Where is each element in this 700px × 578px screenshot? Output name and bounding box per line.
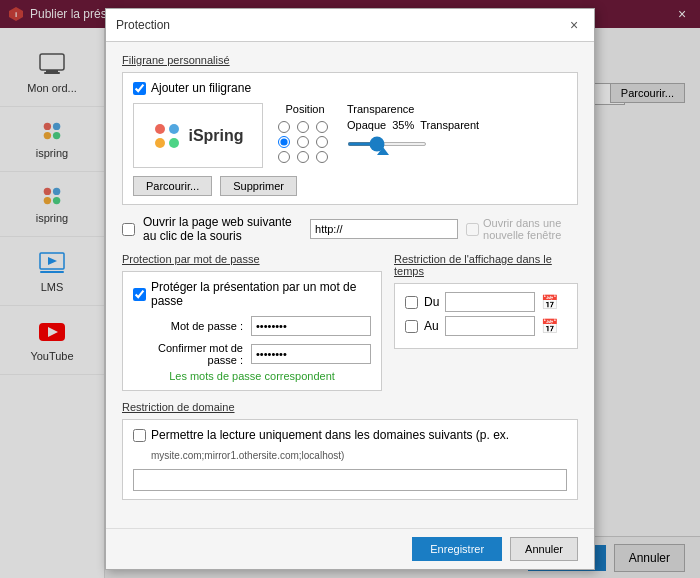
- protect-checkbox-row: Protéger la présentation par un mot de p…: [133, 280, 371, 308]
- pos-bottom-center[interactable]: [297, 151, 309, 163]
- password-label: Mot de passe :: [133, 320, 243, 332]
- percent-label: 35%: [392, 119, 414, 131]
- annuler-button[interactable]: Annuler: [510, 537, 578, 561]
- position-group: Position: [278, 103, 332, 163]
- svg-point-20: [155, 138, 165, 148]
- svg-point-18: [155, 124, 165, 134]
- url-checkbox[interactable]: [122, 223, 135, 236]
- pos-top-center[interactable]: [297, 121, 309, 133]
- domain-hint: mysite.com;mirror1.othersite.com;localho…: [151, 450, 567, 461]
- url-checkbox-label: Ouvrir la page web suivante au clic de l…: [143, 215, 302, 243]
- pos-top-right[interactable]: [316, 121, 328, 133]
- transparence-row: Opaque 35% Transparent: [347, 119, 479, 131]
- modal-title: Protection: [116, 18, 170, 32]
- open-new-window-row: Ouvrir dans une nouvelle fenêtre: [466, 217, 578, 241]
- filigrane-content: iSpring Position: [133, 103, 567, 168]
- confirm-label: Confirmer mot de passe :: [133, 342, 243, 366]
- password-row: Mot de passe :: [133, 316, 371, 336]
- ispring-logo-icon: [152, 121, 182, 151]
- ispring-logo-text: iSpring: [188, 127, 243, 145]
- domain-checkbox-row: Permettre la lecture uniquement dans les…: [133, 428, 567, 442]
- time-section-title: Restriction de l'affichage dans le temps: [394, 253, 578, 277]
- transparence-slider[interactable]: [347, 142, 427, 146]
- calendar-from-icon[interactable]: 📅: [541, 294, 558, 310]
- calendar-to-icon[interactable]: 📅: [541, 318, 558, 334]
- modal-close-button[interactable]: ×: [564, 15, 584, 35]
- time-col: Restriction de l'affichage dans le temps…: [394, 253, 578, 391]
- open-new-window-label: Ouvrir dans une nouvelle fenêtre: [483, 217, 578, 241]
- protect-checkbox[interactable]: [133, 288, 146, 301]
- domain-section: Permettre la lecture uniquement dans les…: [122, 419, 578, 500]
- time-from-row: Du 📅: [405, 292, 567, 312]
- add-filigrane-checkbox[interactable]: [133, 82, 146, 95]
- pos-bottom-left[interactable]: [278, 151, 290, 163]
- transparence-group: Transparence Opaque 35% Transparent: [347, 103, 479, 149]
- svg-point-21: [169, 138, 179, 148]
- filigrane-buttons: Parcourir... Supprimer: [133, 176, 567, 196]
- password-input[interactable]: [251, 316, 371, 336]
- position-label: Position: [285, 103, 324, 115]
- url-input[interactable]: [310, 219, 458, 239]
- domain-checkbox-label: Permettre la lecture uniquement dans les…: [151, 428, 509, 442]
- modal-body: Filigrane personnalisé Ajouter un filigr…: [106, 42, 594, 522]
- match-label: Les mots de passe correspondent: [133, 370, 371, 382]
- add-filigrane-row: Ajouter un filigrane: [133, 81, 567, 95]
- supprimer-button[interactable]: Supprimer: [220, 176, 297, 196]
- time-from-label: Du: [424, 295, 439, 309]
- pos-bottom-right[interactable]: [316, 151, 328, 163]
- slider-thumb-marker: [377, 147, 389, 155]
- protect-label: Protéger la présentation par un mot de p…: [151, 280, 371, 308]
- time-to-row: Au 📅: [405, 316, 567, 336]
- time-to-input[interactable]: [445, 316, 535, 336]
- transparence-slider-container: [347, 135, 427, 149]
- transparence-label: Transparence: [347, 103, 479, 115]
- filigrane-preview: iSpring: [133, 103, 263, 168]
- time-section: Du 📅 Au 📅: [394, 283, 578, 349]
- time-to-checkbox[interactable]: [405, 320, 418, 333]
- domain-checkbox[interactable]: [133, 429, 146, 442]
- time-from-checkbox[interactable]: [405, 296, 418, 309]
- url-section: Ouvrir la page web suivante au clic de l…: [122, 215, 578, 243]
- pos-middle-right[interactable]: [316, 136, 328, 148]
- pos-middle-left[interactable]: [278, 136, 290, 148]
- svg-point-19: [169, 124, 179, 134]
- filigrane-section-title: Filigrane personnalisé: [122, 54, 578, 66]
- password-section-title: Protection par mot de passe: [122, 253, 382, 265]
- add-filigrane-label: Ajouter un filigrane: [151, 81, 251, 95]
- domain-section-title: Restriction de domaine: [122, 401, 578, 413]
- time-to-label: Au: [424, 319, 439, 333]
- opaque-label: Opaque: [347, 119, 386, 131]
- modal-title-bar: Protection ×: [106, 9, 594, 42]
- parcourir-button[interactable]: Parcourir...: [133, 176, 212, 196]
- enregistrer-button[interactable]: Enregistrer: [412, 537, 502, 561]
- position-grid: [278, 121, 332, 163]
- two-col-layout: Protection par mot de passe Protéger la …: [122, 253, 578, 391]
- confirm-input[interactable]: [251, 344, 371, 364]
- confirm-row: Confirmer mot de passe :: [133, 342, 371, 366]
- modal-dialog: Protection × Filigrane personnalisé Ajou…: [105, 8, 595, 570]
- time-from-input[interactable]: [445, 292, 535, 312]
- domain-input[interactable]: [133, 469, 567, 491]
- modal-footer: Enregistrer Annuler: [106, 528, 594, 569]
- modal-overlay: Protection × Filigrane personnalisé Ajou…: [0, 0, 700, 578]
- pos-top-left[interactable]: [278, 121, 290, 133]
- open-new-window-checkbox[interactable]: [466, 223, 479, 236]
- transparent-label: Transparent: [420, 119, 479, 131]
- pos-middle-center[interactable]: [297, 136, 309, 148]
- filigrane-section: Ajouter un filigrane iSpring: [122, 72, 578, 205]
- password-col: Protection par mot de passe Protéger la …: [122, 253, 382, 391]
- password-section: Protéger la présentation par un mot de p…: [122, 271, 382, 391]
